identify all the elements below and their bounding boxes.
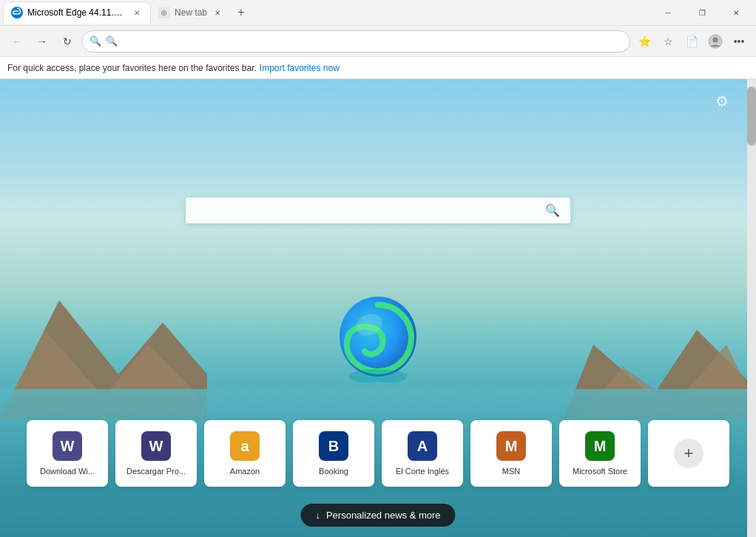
toolbar: ← → ↻ 🔍 ⭐ ☆ 📄 ••• [0,26,756,57]
quick-link-icon: M [496,431,526,461]
scrollbar[interactable] [747,79,756,537]
restore-button[interactable]: ❐ [685,0,719,26]
quick-link-item[interactable]: BBooking [293,420,374,487]
quick-link-icon: B [319,431,348,461]
quick-link-icon: W [141,431,171,461]
quick-link-item[interactable]: MMicrosoft Store [559,420,641,487]
favorites-button[interactable]: ☆ [657,30,679,53]
quick-link-item[interactable]: WDownload Wi... [27,420,108,487]
search-input[interactable] [196,204,539,217]
minimize-button[interactable]: ─ [651,0,685,26]
toolbar-actions: ⭐ ☆ 📄 ••• [633,30,750,53]
quick-link-label: Booking [316,467,351,476]
quick-link-item[interactable]: MMSN [470,420,552,487]
favorites-bar: For quick access, place your favorites h… [0,57,756,79]
forward-button[interactable]: → [31,30,53,53]
quick-link-item[interactable]: aAmazon [204,420,286,487]
quick-link-label: El Corte Inglés [393,467,452,476]
add-quick-link-button[interactable]: + [648,420,729,487]
news-bar[interactable]: ↓ Personalized news & more [300,504,455,527]
tab1-close-icon[interactable]: ✕ [131,7,143,18]
quick-link-label: Microsoft Store [570,467,630,476]
profile-button[interactable] [704,30,726,53]
reading-view-button[interactable]: 📄 [681,30,703,53]
tab2-close-icon[interactable]: ✕ [212,7,223,18]
back-button[interactable]: ← [6,30,28,53]
news-bar-arrow: ↓ [315,510,320,521]
edge-tab-icon [11,7,23,18]
search-box: 🔍 [186,197,570,223]
favorites-bar-text: For quick access, place your favorites h… [7,63,257,73]
title-bar: Microsoft Edge 44.11.24.4121 - D... ✕ ⊕ … [0,0,756,26]
tab2-title: New tab [175,7,207,18]
main-content: ⚙ 🔍 [0,79,756,537]
quick-link-item[interactable]: AEl Corte Inglés [382,420,463,487]
import-favorites-link[interactable]: Import favorites now [260,63,340,73]
refresh-button[interactable]: ↻ [56,30,78,53]
svg-point-4 [713,37,718,42]
search-submit-icon[interactable]: 🔍 [545,203,560,217]
quick-link-label: Download Wi... [37,467,98,476]
quick-link-item[interactable]: WDescargar Pro... [115,420,197,487]
new-tab-button[interactable]: + [231,2,252,23]
quick-link-label: Amazon [227,467,263,476]
quick-link-icon: W [53,431,82,461]
settings-more-button[interactable]: ••• [728,30,750,53]
quick-link-label: Descargar Pro... [124,467,189,476]
quick-link-icon: a [230,431,260,461]
quick-link-icon: M [585,431,615,461]
add-icon: + [674,439,703,468]
profile-icon [708,34,723,49]
address-input[interactable] [106,36,622,47]
quick-link-label: MSN [499,467,523,476]
tab1-title: Microsoft Edge 44.11.24.4121 - D... [27,7,126,18]
tab-edge[interactable]: Microsoft Edge 44.11.24.4121 - D... ✕ [3,1,151,24]
quick-link-icon: A [408,431,437,461]
scrollbar-thumb[interactable] [747,87,756,146]
news-bar-label: Personalized news & more [326,510,441,521]
newtab-tab-icon: ⊕ [158,7,170,18]
edge-logo [334,294,422,382]
tab-newtab[interactable]: ⊕ New tab ✕ [151,1,231,24]
search-icon: 🔍 [90,36,101,47]
collections-button[interactable]: ⭐ [633,30,655,53]
svg-text:⊕: ⊕ [161,8,167,17]
edge-logo-svg [334,294,422,382]
page-settings-button[interactable]: ⚙ [710,90,734,113]
close-button[interactable]: ✕ [719,0,753,26]
address-bar[interactable]: 🔍 [81,30,630,53]
window-controls: ─ ❐ ✕ [651,0,753,26]
search-input-wrapper[interactable]: 🔍 [186,197,570,223]
quick-links: WDownload Wi...WDescargar Pro...aAmazonB… [27,420,729,487]
